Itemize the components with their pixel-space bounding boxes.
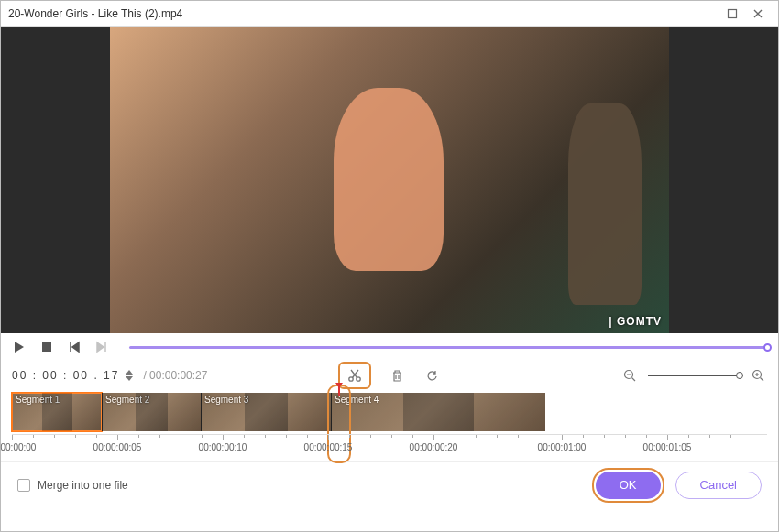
- segment-4[interactable]: Segment 4: [331, 393, 545, 431]
- titlebar: 20-Wonder Girls - Like This (2).mp4: [1, 1, 778, 27]
- ruler-tick-label: 00:00:00:05: [93, 442, 142, 452]
- ruler-tick: 00:00:00:10: [223, 435, 271, 452]
- reset-button[interactable]: [422, 366, 441, 385]
- time-spin-up[interactable]: [125, 369, 134, 375]
- next-frame-button[interactable]: [94, 340, 109, 354]
- ruler-tick: 00:00:01:00: [562, 435, 610, 452]
- ok-highlight: OK: [592, 468, 664, 503]
- close-button[interactable]: [745, 4, 771, 24]
- current-time-value: 00 : 00 : 00 . 17: [12, 369, 119, 382]
- current-time-input[interactable]: 00 : 00 : 00 . 17: [12, 369, 134, 382]
- svg-rect-0: [729, 9, 737, 17]
- video-preview-area: | GOMTV: [1, 27, 778, 333]
- zoom-slider[interactable]: [648, 375, 740, 376]
- ruler-tick-label: 00:00:00:10: [199, 442, 247, 452]
- ruler-tick: 00:00:01:05: [667, 435, 716, 452]
- segment-2[interactable]: Segment 2: [102, 393, 201, 431]
- maximize-button[interactable]: [719, 4, 745, 24]
- ok-button[interactable]: OK: [596, 472, 661, 499]
- ruler-tick: 00:00:00:15: [328, 435, 377, 452]
- time-spin-down[interactable]: [125, 375, 134, 382]
- ruler-tick-label: 00:00:00:20: [410, 442, 458, 452]
- cut-highlight: [338, 362, 371, 389]
- window-title: 20-Wonder Girls - Like This (2).mp4: [8, 7, 719, 20]
- stop-button[interactable]: [39, 340, 54, 354]
- ruler-tick-label: 00:00:01:00: [538, 442, 587, 452]
- time-tools-row: 00 : 00 : 00 . 17 / 00:00:00:27: [1, 361, 778, 390]
- center-tool-group: [338, 362, 441, 389]
- progress-knob[interactable]: [763, 343, 772, 352]
- segments-timeline[interactable]: Segment 1Segment 2Segment 3Segment 4: [1, 390, 778, 434]
- merge-checkbox[interactable]: [17, 479, 30, 492]
- watermark: | GOMTV: [609, 315, 662, 328]
- zoom-knob[interactable]: [736, 372, 743, 379]
- merge-label: Merge into one file: [38, 479, 128, 492]
- progress-bar[interactable]: [129, 346, 767, 349]
- prev-frame-button[interactable]: [67, 340, 82, 354]
- segment-1[interactable]: Segment 1: [12, 393, 102, 431]
- cancel-button[interactable]: Cancel: [675, 472, 762, 499]
- ruler-tick: 00:00:00:05: [117, 435, 166, 452]
- zoom-in-button[interactable]: [749, 366, 767, 385]
- ruler-tick: 00:00:00:00: [12, 435, 60, 452]
- ruler-tick: 00:00:00:20: [433, 435, 482, 452]
- cut-button[interactable]: [346, 366, 364, 385]
- zoom-controls: [620, 366, 767, 385]
- ruler-tick-label: 00:00:00:15: [304, 442, 353, 452]
- time-ruler[interactable]: 00:00:00:0000:00:00:0500:00:00:1000:00:0…: [12, 434, 767, 461]
- playhead-marker[interactable]: [338, 386, 340, 396]
- ruler-tick-label: 00:00:01:05: [643, 442, 692, 452]
- time-ruler-row: 00:00:00:0000:00:00:0500:00:00:1000:00:0…: [1, 434, 778, 461]
- play-button[interactable]: [12, 340, 27, 354]
- zoom-out-button[interactable]: [620, 366, 639, 385]
- playback-controls: [1, 333, 778, 361]
- time-spinner[interactable]: [125, 369, 134, 382]
- total-duration: / 00:00:00:27: [143, 369, 207, 382]
- footer: Merge into one file OK Cancel: [1, 461, 778, 507]
- delete-button[interactable]: [388, 366, 406, 385]
- editor-window: 20-Wonder Girls - Like This (2).mp4 | GO…: [0, 0, 779, 532]
- video-frame[interactable]: | GOMTV: [110, 27, 669, 333]
- ruler-tick-label: 00:00:00:00: [0, 442, 36, 452]
- svg-rect-1: [42, 342, 51, 352]
- segment-3[interactable]: Segment 3: [201, 393, 331, 431]
